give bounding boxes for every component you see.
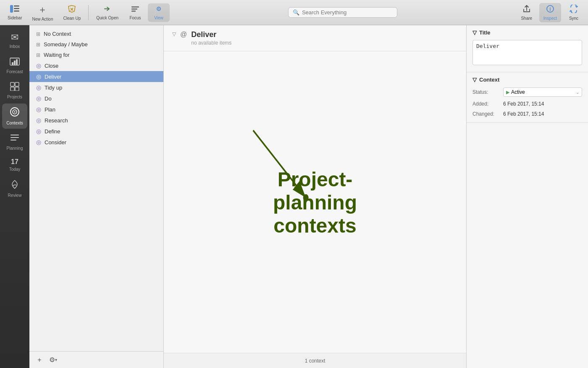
changed-row: Changed: 6 Feb 2017, 15:14 — [467, 109, 588, 119]
share-button[interactable]: Share — [516, 3, 538, 22]
svg-rect-4 — [131, 6, 139, 8]
review-icon — [10, 179, 20, 192]
someday-icon: ⊞ — [36, 42, 40, 48]
planning-icon — [10, 133, 20, 145]
svg-rect-19 — [15, 87, 19, 91]
svg-rect-2 — [14, 8, 19, 9]
clean-up-button[interactable]: Clean Up — [59, 3, 85, 22]
context-item-deliver-label: Deliver — [45, 74, 61, 80]
content-footer: 1 context — [164, 353, 466, 368]
search-bar[interactable]: 🔍 — [288, 7, 397, 18]
icon-sidebar: ✉ Inbox Forecast Projects Contexts Pla — [0, 25, 29, 368]
toolbar: Sidebar ＋ New Action Clean Up Quick Open… — [0, 0, 588, 25]
context-item-do[interactable]: ◎ Do — [29, 93, 163, 104]
sidebar-icon — [10, 5, 19, 15]
context-item-consider-label: Consider — [45, 139, 66, 146]
added-label: Added: — [472, 101, 500, 107]
focus-label: Focus — [129, 16, 141, 20]
inspect-label: Inspect — [543, 16, 557, 21]
sidebar-item-forecast[interactable]: Forecast — [2, 53, 27, 77]
sidebar-item-projects[interactable]: Projects — [2, 78, 27, 103]
svg-point-22 — [14, 111, 16, 113]
new-action-button[interactable]: ＋ New Action — [28, 2, 57, 23]
context-item-deliver[interactable]: ◎ Deliver — [29, 71, 163, 82]
context-item-tidy-up-label: Tidy up — [45, 85, 62, 91]
sidebar-item-inbox-label: Inbox — [10, 44, 20, 49]
sidebar-item-inbox[interactable]: ✉ Inbox — [2, 29, 27, 52]
changed-label: Changed: — [472, 111, 500, 117]
svg-rect-13 — [14, 61, 16, 65]
added-row: Added: 6 Feb 2017, 15:14 — [467, 99, 588, 109]
context-section: ▽ Context Status: ▶ Active ⌄ Added: 6 Fe… — [467, 72, 588, 123]
share-icon — [522, 5, 531, 15]
context-sidebar-footer: + ⚙ ▾ — [29, 351, 163, 368]
svg-text:i: i — [549, 6, 551, 12]
context-item-someday-label: Someday / Maybe — [44, 41, 88, 48]
context-item-define[interactable]: ◎ Define — [29, 126, 163, 137]
new-action-icon: ＋ — [38, 3, 47, 16]
context-sidebar: ⊞ No Context ⊞ Someday / Maybe ⊞ Waiting… — [29, 25, 164, 368]
research-icon: ◎ — [36, 117, 41, 124]
contexts-icon — [10, 107, 20, 119]
svg-rect-6 — [131, 11, 136, 12]
tidy-up-icon: ◎ — [36, 84, 41, 91]
title-section-header[interactable]: ▽ Title — [467, 25, 588, 38]
settings-button[interactable]: ⚙ ▾ — [48, 355, 58, 365]
context-item-waiting[interactable]: ⊞ Waiting for — [29, 50, 163, 60]
settings-icon: ⚙ — [49, 356, 55, 364]
sync-button[interactable]: Sync — [563, 3, 585, 22]
inspect-button[interactable]: i Inspect — [539, 3, 561, 22]
define-icon: ◎ — [36, 128, 41, 135]
context-item-close[interactable]: ◎ Close — [29, 60, 163, 71]
status-play-icon: ▶ — [506, 90, 509, 95]
header-context-icon: @ — [180, 30, 187, 38]
context-item-research-label: Research — [45, 117, 68, 124]
svg-rect-0 — [10, 5, 13, 13]
forecast-icon — [10, 56, 20, 68]
focus-button[interactable]: Focus — [124, 3, 146, 22]
status-dropdown-arrow: ⌄ — [576, 90, 579, 95]
header-toggle[interactable]: ▽ — [172, 30, 176, 37]
annotation-arrow — [164, 51, 466, 353]
sidebar-item-planning[interactable]: Planning — [2, 130, 27, 154]
add-context-button[interactable]: + — [34, 355, 45, 365]
sidebar-item-review[interactable]: Review — [2, 176, 27, 201]
add-icon: + — [37, 356, 41, 364]
content-subtitle: no available items — [191, 40, 231, 46]
content-body: Project-planning contexts — [164, 51, 466, 353]
inspect-panel: ▽ Title ▽ Context Status: ▶ Active ⌄ Add… — [466, 25, 588, 368]
focus-icon — [131, 5, 140, 15]
status-row: Status: ▶ Active ⌄ — [467, 85, 588, 99]
sidebar-item-today[interactable]: 17 Today — [2, 155, 27, 175]
svg-rect-16 — [10, 82, 14, 86]
status-dropdown[interactable]: ▶ Active ⌄ — [503, 87, 582, 97]
inspect-icon: i — [546, 5, 555, 15]
svg-rect-12 — [12, 62, 13, 65]
context-item-tidy-up[interactable]: ◎ Tidy up — [29, 82, 163, 93]
context-item-define-label: Define — [45, 128, 60, 135]
quick-open-button[interactable]: Quick Open — [92, 3, 123, 22]
sync-label: Sync — [569, 16, 578, 21]
context-item-consider[interactable]: ◎ Consider — [29, 137, 163, 148]
plan-icon: ◎ — [36, 106, 41, 113]
view-button[interactable]: View — [148, 3, 170, 22]
svg-rect-17 — [15, 82, 19, 86]
sidebar-item-contexts[interactable]: Contexts — [2, 103, 27, 129]
title-field[interactable] — [472, 40, 582, 65]
sidebar-item-today-label: Today — [9, 167, 21, 172]
context-item-research[interactable]: ◎ Research — [29, 115, 163, 126]
context-item-someday[interactable]: ⊞ Someday / Maybe — [29, 39, 163, 50]
search-input[interactable] — [302, 9, 393, 16]
content-header: ▽ @ Deliver no available items — [164, 25, 466, 51]
context-item-plan[interactable]: ◎ Plan — [29, 104, 163, 115]
view-label: View — [154, 16, 163, 20]
context-item-no-context[interactable]: ⊞ No Context — [29, 29, 163, 39]
close-context-icon: ◎ — [36, 62, 41, 69]
context-section-header[interactable]: ▽ Context — [467, 72, 588, 85]
svg-rect-14 — [16, 59, 18, 65]
sidebar-toggle-button[interactable]: Sidebar — [3, 3, 26, 22]
new-action-label: New Action — [32, 17, 53, 21]
search-icon: 🔍 — [293, 9, 299, 16]
sidebar-item-contexts-label: Contexts — [6, 121, 23, 125]
quick-open-label: Quick Open — [96, 16, 118, 20]
